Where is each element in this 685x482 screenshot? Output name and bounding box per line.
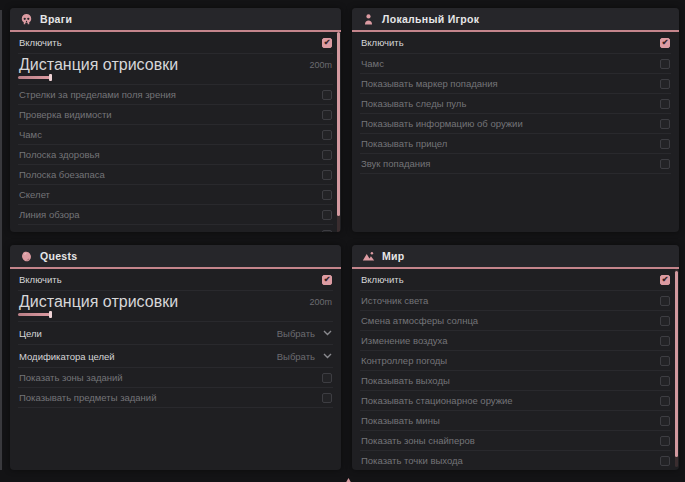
setting-label: Полоска здоровья	[19, 149, 100, 160]
setting-label: Дистанция отрисовки	[19, 56, 178, 74]
checkbox[interactable]	[322, 130, 332, 140]
dropdown-value: Выбрать	[277, 328, 315, 339]
setting-label: Источник света	[361, 295, 428, 306]
checkbox[interactable]	[660, 99, 670, 109]
checkbox[interactable]	[660, 396, 670, 406]
checkbox[interactable]	[322, 190, 332, 200]
setting-label: Показывать прицел	[361, 138, 447, 149]
setting-label: Модификатора целей	[19, 351, 115, 362]
setting-row: Скелет	[18, 185, 333, 205]
setting-label: Изменение воздуха	[361, 335, 448, 346]
setting-label: Показывать информацию об оружии	[361, 118, 523, 129]
setting-label: Показывать маркер попадания	[361, 78, 498, 89]
setting-label: Показывать стационарное оружие	[361, 395, 513, 406]
chevron-down-icon	[323, 330, 332, 336]
setting-label: Чамс	[361, 58, 384, 69]
setting-label: Полоска боезапаса	[19, 169, 105, 180]
checkbox[interactable]	[660, 296, 670, 306]
cursor-triangle-icon	[344, 472, 353, 482]
setting-label: Показать зоны снайперов	[361, 435, 475, 446]
checkbox[interactable]	[322, 90, 332, 100]
checkbox[interactable]	[660, 376, 670, 386]
panel-world-header[interactable]: Мир	[352, 245, 679, 269]
panel-local-player: Локальный Игрок Включить ✔Чамс Показыват…	[352, 8, 679, 232]
setting-row: Включить ✔	[360, 32, 671, 54]
world-scrollbar[interactable]	[675, 269, 678, 467]
slider-thumb[interactable]	[49, 311, 52, 318]
distance-slider[interactable]	[18, 74, 333, 82]
checkbox[interactable]	[660, 456, 670, 466]
setting-label: Показать точки выхода	[361, 455, 463, 466]
checkbox[interactable]: ✔	[322, 38, 332, 48]
setting-row: Показать зоны снайперов	[360, 431, 671, 451]
distance-slider[interactable]	[18, 311, 333, 319]
setting-label: Цели	[19, 328, 42, 339]
setting-label: Проверка видимости	[19, 109, 112, 120]
panel-local-player-header[interactable]: Локальный Игрок	[352, 8, 679, 32]
dropdown-select[interactable]: Выбрать	[277, 328, 332, 339]
setting-row: Показывать мины	[360, 411, 671, 431]
panel-world: Мир Включить ✔Источник света Смена атмос…	[352, 245, 679, 470]
checkbox[interactable]: ✔	[322, 275, 332, 285]
dropdown-value: Выбрать	[277, 351, 315, 362]
setting-row: Полоска боезапаса	[18, 165, 333, 185]
setting-row: Изменение воздуха	[360, 331, 671, 351]
checkbox[interactable]	[660, 139, 670, 149]
setting-row: Включить ✔	[18, 32, 333, 54]
setting-label: Чамс	[19, 129, 42, 140]
checkbox[interactable]	[322, 210, 332, 220]
person-icon	[362, 13, 375, 26]
setting-label: Показывать следы пуль	[19, 229, 124, 232]
setting-row: Стрелки за пределами поля зрения	[18, 85, 333, 105]
setting-label: Стрелки за пределами поля зрения	[19, 89, 176, 100]
setting-label: Показывать выходы	[361, 375, 450, 386]
checkbox[interactable]	[322, 393, 332, 403]
setting-row: Показывать стационарное оружие	[360, 391, 671, 411]
setting-row: Источник света	[360, 291, 671, 311]
checkbox[interactable]	[322, 373, 332, 383]
slider-value: 200m	[309, 297, 332, 307]
setting-label: Линия обзора	[19, 209, 80, 220]
setting-row: Полоска здоровья	[18, 145, 333, 165]
slider-fill	[18, 313, 50, 316]
panel-quests-header[interactable]: Quests	[10, 245, 341, 269]
setting-row: Чамс	[18, 125, 333, 145]
setting-row: Показывать предметы заданий	[18, 388, 333, 408]
checkbox[interactable]: ✔	[660, 38, 670, 48]
checkbox[interactable]	[322, 230, 332, 233]
setting-label: Показывать предметы заданий	[19, 392, 156, 403]
checkbox[interactable]	[660, 59, 670, 69]
checkbox[interactable]	[660, 79, 670, 89]
panel-enemies: Враги Включить ✔ Дистанция отрисовки 200…	[10, 8, 341, 232]
checkbox[interactable]: ✔	[660, 275, 670, 285]
setting-label: Дистанция отрисовки	[19, 293, 178, 311]
checkbox[interactable]	[660, 416, 670, 426]
dropdown-select[interactable]: Выбрать	[277, 351, 332, 362]
checkbox[interactable]	[660, 316, 670, 326]
enemies-scrollbar[interactable]	[337, 32, 340, 232]
checkbox[interactable]	[660, 336, 670, 346]
checkbox[interactable]	[660, 119, 670, 129]
setting-label: Скелет	[19, 189, 50, 200]
checkbox[interactable]	[660, 436, 670, 446]
checkbox[interactable]	[660, 356, 670, 366]
checkbox[interactable]	[322, 170, 332, 180]
slider-thumb[interactable]	[49, 74, 52, 81]
checkbox[interactable]	[322, 110, 332, 120]
setting-row: Контроллер погоды	[360, 351, 671, 371]
setting-label: Звук попадания	[361, 158, 431, 169]
setting-row: Проверка видимости	[18, 105, 333, 125]
panel-enemies-header[interactable]: Враги	[10, 8, 341, 32]
slider-fill	[18, 76, 50, 79]
setting-label: Контроллер погоды	[361, 355, 447, 366]
setting-row: Показать зоны заданий	[18, 368, 333, 388]
panel-title: Мир	[382, 250, 405, 262]
checkbox[interactable]	[660, 159, 670, 169]
setting-row: Показывать следы пуль	[360, 94, 671, 114]
panel-title: Враги	[40, 13, 72, 25]
panel-quests: Quests Включить ✔ Дистанция отрисовки 20…	[10, 245, 341, 470]
setting-row: Звук попадания	[360, 154, 671, 174]
checkbox[interactable]	[322, 150, 332, 160]
setting-label: Показывать мины	[361, 415, 440, 426]
setting-row: Показывать маркер попадания	[360, 74, 671, 94]
